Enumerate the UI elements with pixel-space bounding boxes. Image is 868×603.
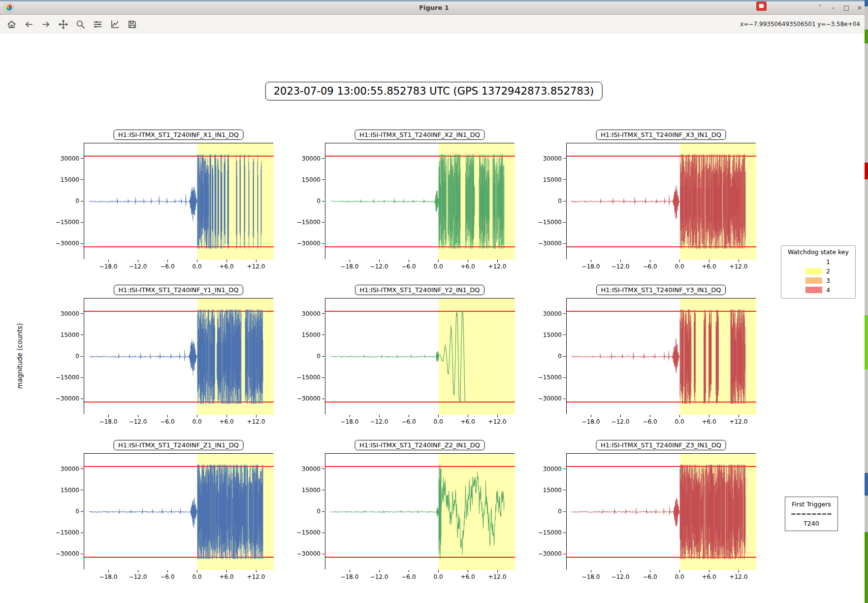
subplot-x3: H1:ISI-ITMX_ST1_T240INF_X3_IN1_DQ3000015… [566,143,756,259]
pan-icon[interactable] [56,17,71,32]
edge-artifact-segment [865,315,868,369]
window-titlebar[interactable]: Figure 1 ˆ–□× [0,0,868,15]
axes-x3[interactable] [566,143,756,259]
xtick-label: −12.0 [370,263,388,270]
xtick-mark [709,570,709,572]
xtick-label: −6.0 [643,573,657,580]
xtick-mark [197,260,197,262]
ytick-label: −30000 [56,395,79,402]
xtick-label: −12.0 [370,418,388,425]
axes-x2[interactable] [325,143,514,259]
xtick-mark [591,570,591,572]
ytick-label: 0 [75,198,79,204]
ytick-mark [563,511,566,512]
zoom-icon[interactable] [73,17,88,32]
axes-y2[interactable] [325,298,514,414]
ytick-label: 0 [317,198,321,204]
ytick-mark [563,469,566,469]
axes-z1[interactable] [84,453,273,570]
xtick-label: +6.0 [460,263,475,270]
ytick-label: 30000 [543,155,562,162]
ytick-label: 30000 [543,310,562,317]
ytick-label: 0 [558,508,562,515]
subplot-z1: H1:ISI-ITMX_ST1_T240INF_Z1_IN1_DQ3000015… [84,453,273,570]
ytick-mark [81,554,83,554]
ytick-mark [322,377,324,378]
xtick-mark [497,260,498,262]
xtick-label: +12.0 [730,263,748,270]
ytick-mark [563,243,566,244]
xtick-mark [591,415,591,417]
ytick-mark [563,201,566,201]
xtick-label: 0.0 [675,263,684,270]
xtick-label: −6.0 [160,573,174,580]
ytick-mark [81,511,83,512]
axes-z2[interactable] [325,453,514,570]
xtick-label: −18.0 [341,573,359,580]
minimize-button[interactable]: – [830,4,836,11]
edit-axes-icon[interactable] [107,17,123,32]
back-icon[interactable] [21,17,36,32]
xtick-mark [468,570,468,572]
xtick-mark [256,570,257,572]
first-triggers-divider: ======== [791,509,832,518]
xtick-label: −12.0 [129,263,147,270]
ytick-mark [81,179,83,180]
ytick-mark [563,377,566,378]
maximize-button[interactable]: □ [843,4,850,11]
subplot-x2: H1:ISI-ITMX_ST1_T240INF_X2_IN1_DQ3000015… [325,143,514,259]
subplot-title-y2: H1:ISI-ITMX_ST1_T240INF_Y2_IN1_DQ [355,285,485,295]
edge-artifact-segment [865,473,868,496]
configure-subplots-icon[interactable] [90,17,105,32]
axes-y3[interactable] [566,298,756,414]
xtick-mark [591,260,591,262]
legend-label: 2 [826,268,831,275]
xtick-mark [679,415,680,417]
shade-button[interactable]: ˆ [816,4,823,11]
xtick-label: 0.0 [675,573,684,580]
legend-rows: 1234 [784,257,852,295]
waveform-canvas-x2 [325,143,515,260]
close-button[interactable]: × [856,4,863,11]
ytick-label: 0 [317,353,321,360]
xtick-mark [650,570,650,572]
xtick-label: +12.0 [247,418,265,425]
waveform-canvas-x1 [84,143,274,260]
xtick-label: +12.0 [730,418,748,425]
subplot-title-y1: H1:ISI-ITMX_ST1_T240INF_Y1_IN1_DQ [114,285,244,295]
waveform-canvas-x3 [567,143,756,260]
subplot-y1: H1:ISI-ITMX_ST1_T240INF_Y1_IN1_DQ3000015… [84,298,273,414]
edge-artifact-segment [865,30,868,43]
axes-z3[interactable] [566,453,756,570]
ytick-mark [81,399,83,399]
ytick-label: −15000 [538,219,562,226]
ytick-mark [322,243,324,244]
xtick-mark [379,260,380,262]
xtick-label: 0.0 [192,263,201,270]
xtick-mark [197,415,197,417]
xtick-label: 0.0 [433,418,443,425]
save-icon[interactable] [125,17,140,32]
ytick-label: 0 [317,508,321,515]
xtick-label: +12.0 [488,573,507,580]
xtick-mark [138,260,138,262]
ytick-label: 0 [75,353,79,360]
edge-artifact-segment [865,163,868,179]
ytick-label: −30000 [538,550,562,557]
axes-y1[interactable] [84,298,273,414]
ytick-label: −30000 [56,550,79,557]
xtick-label: +12.0 [730,573,748,580]
xtick-label: −18.0 [99,573,118,580]
ytick-label: −30000 [56,240,79,247]
xtick-mark [620,415,621,417]
ytick-mark [563,554,566,554]
axes-x1[interactable] [84,143,273,259]
forward-icon[interactable] [38,17,54,32]
xtick-label: −18.0 [99,263,118,270]
xtick-mark [167,260,168,262]
home-icon[interactable] [4,17,19,32]
xtick-mark [709,415,709,417]
xtick-mark [739,415,739,417]
xtick-mark [438,260,439,262]
xtick-label: +12.0 [247,573,265,580]
